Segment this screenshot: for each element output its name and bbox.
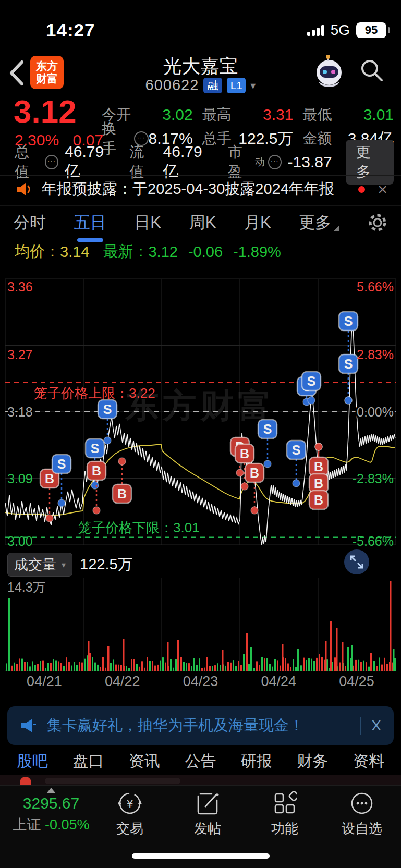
bottom-nav-bar: 3295.67 上证 -0.05% ¥ 交易 发帖 功能 (0, 785, 401, 868)
svg-text:S: S (57, 457, 66, 471)
volume-header: 成交量 ▾ 122.5万 (0, 552, 401, 578)
svg-text:S: S (263, 422, 272, 436)
post-avatar (20, 777, 31, 785)
promo-banner-area: 集卡赢好礼，抽华为手机及海量现金！ X (0, 702, 401, 747)
index-name: 上证 (13, 817, 41, 833)
divider (360, 717, 361, 735)
svg-text:3.27: 3.27 (7, 347, 33, 362)
stat-value: -13.87 (288, 153, 332, 171)
quote-stats-row3: 总值··· 46.79亿 流值 46.79亿 市盈动··· -13.87 更多 (15, 150, 394, 174)
assistant-robot-icon[interactable] (313, 55, 345, 87)
date-axis: 04/21 04/22 04/23 04/24 04/25 (5, 674, 396, 692)
svg-text:B: B (240, 446, 249, 461)
yuan-glyph: ¥ (126, 797, 133, 810)
svg-text:B: B (250, 466, 259, 480)
chevron-down-icon: ▾ (62, 560, 66, 570)
corner-triangle-icon (333, 225, 339, 231)
info-icon[interactable]: ··· (45, 155, 58, 169)
stat-label: 最高 (202, 105, 232, 125)
close-icon[interactable]: X (371, 717, 381, 734)
period-tab-bar: 分时 五日 日K 周K 月K 更多 (0, 205, 401, 239)
news-ticker[interactable]: 年报预披露：于2025-04-30披露2024年年报 × (0, 175, 401, 203)
latest-percent: -1.89% (233, 243, 281, 261)
tab-profile[interactable]: 资料 (353, 751, 384, 772)
svg-text:-2.83%: -2.83% (353, 471, 394, 486)
stat-value: 3.02 (162, 106, 192, 124)
svg-text:B: B (117, 486, 127, 501)
latest-value: 3.12 (148, 243, 177, 261)
tab-daily-k[interactable]: 日K (133, 209, 162, 237)
home-indicator[interactable] (132, 853, 270, 859)
chevron-down-icon[interactable]: ▾ (250, 79, 256, 92)
battery-icon: 95 (356, 22, 386, 38)
grid-icon (272, 791, 297, 816)
date-label: 04/21 (5, 674, 83, 692)
watchlist-dots-icon (349, 791, 374, 816)
date-label: 04/25 (318, 674, 396, 692)
date-label: 04/23 (162, 674, 240, 692)
volume-chart[interactable]: 14.3万 (0, 578, 401, 674)
stat-value: 3.01 (363, 106, 394, 124)
status-bar: 14:27 5G 95 (0, 0, 401, 50)
tab-pankou[interactable]: 盘口 (73, 751, 104, 772)
megaphone-icon (20, 717, 38, 734)
news-text: 年报预披露：于2025-04-30披露2024年年报 (42, 179, 358, 200)
trade-button[interactable]: ¥ 交易 (101, 791, 159, 838)
avg-label: 均价： (15, 241, 60, 262)
svg-text:S: S (103, 402, 112, 417)
svg-text:B: B (314, 459, 323, 474)
date-label: 04/24 (239, 674, 318, 692)
tab-five-day[interactable]: 五日 (73, 209, 107, 237)
tab-announcements[interactable]: 公告 (185, 751, 216, 772)
svg-text:5.66%: 5.66% (357, 279, 394, 294)
tab-news[interactable]: 资讯 (129, 751, 160, 772)
svg-text:14.3万: 14.3万 (7, 580, 46, 594)
svg-text:B: B (45, 471, 54, 486)
indicator-selector[interactable]: 成交量 ▾ (7, 553, 72, 577)
trade-yuan-icon: ¥ (117, 791, 142, 816)
feed-peek-row (0, 775, 401, 785)
search-icon[interactable] (359, 58, 384, 83)
tab-more[interactable]: 更多 (298, 209, 341, 237)
clock: 14:27 (46, 20, 95, 41)
tab-research[interactable]: 研报 (241, 751, 272, 772)
promo-banner[interactable]: 集卡赢好礼，抽华为手机及海量现金！ X (7, 706, 394, 745)
index-quote[interactable]: 3295.67 上证 -0.05% (7, 788, 95, 834)
stock-code: 600622 (145, 77, 199, 94)
svg-text:S: S (344, 314, 353, 328)
svg-text:B: B (92, 463, 101, 478)
stat-value: 3.31 (263, 106, 293, 124)
svg-text:B: B (314, 476, 323, 491)
latest-label: 最新： (103, 241, 148, 262)
gear-icon[interactable] (367, 212, 388, 234)
tab-weekly-k[interactable]: 周K (188, 209, 217, 237)
indicator-name: 成交量 (14, 555, 56, 574)
last-price: 3.12 (14, 93, 77, 130)
add-watchlist-button[interactable]: 设自选 (333, 791, 391, 838)
tab-guba[interactable]: 股吧 (17, 751, 48, 772)
content-tab-bar: 股吧 盘口 资讯 公告 研报 财务 资料 (0, 749, 401, 774)
network-type: 5G (331, 22, 350, 39)
stat-label: 金额 (302, 129, 332, 149)
close-icon[interactable]: × (378, 181, 387, 198)
index-percent: -0.05% (45, 817, 90, 833)
chart-legend: 均价： 3.14 最新： 3.12 -0.06 -1.89% (15, 241, 396, 263)
index-expand-arrow[interactable] (46, 788, 56, 793)
post-button[interactable]: 发帖 (179, 791, 236, 838)
post-text-cutoff (45, 778, 180, 784)
expand-arrows-icon (349, 555, 364, 569)
tab-financials[interactable]: 财务 (297, 751, 329, 772)
svg-text:S: S (292, 443, 301, 457)
svg-text:笼子价格上限：3.22: 笼子价格上限：3.22 (34, 385, 155, 401)
five-day-price-chart[interactable]: 东方财富笼子价格上限：3.22笼子价格下限：3.01BSSBSBBBBSSSSB… (0, 263, 401, 550)
tab-monthly-k[interactable]: 月K (243, 209, 272, 237)
tab-minute[interactable]: 分时 (13, 209, 47, 237)
svg-text:-5.66%: -5.66% (353, 534, 394, 548)
info-icon[interactable]: ··· (268, 155, 282, 169)
svg-text:3.00: 3.00 (7, 534, 33, 548)
functions-button[interactable]: 功能 (256, 791, 313, 838)
volume-current: 122.5万 (80, 554, 133, 575)
svg-text:笼子价格下限：3.01: 笼子价格下限：3.01 (78, 520, 200, 535)
latest-change: -0.06 (188, 243, 223, 261)
fullscreen-expand-button[interactable] (344, 549, 369, 574)
